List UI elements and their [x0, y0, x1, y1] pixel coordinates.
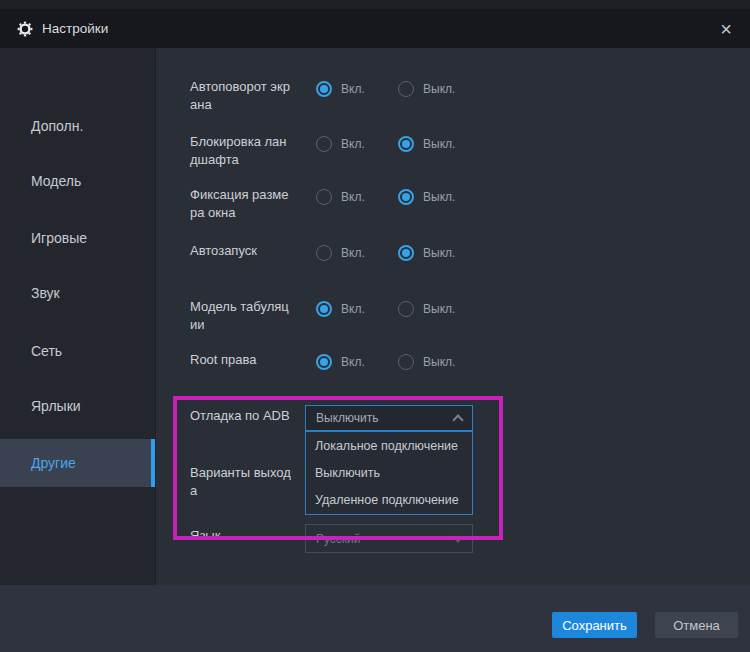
sidebar-item-label: Другие: [31, 455, 76, 471]
radio-button-icon[interactable]: [316, 189, 332, 205]
sidebar-item-3[interactable]: Игровые: [0, 214, 155, 262]
chevron-up-icon: [452, 414, 463, 425]
radio-button-icon[interactable]: [398, 189, 414, 205]
sidebar-item-label: Дополн.: [31, 118, 83, 134]
language-dropdown-value: Русский: [316, 532, 454, 546]
radio-option-on[interactable]: Вкл.: [316, 301, 365, 317]
sidebar-item-6[interactable]: Ярлыки: [0, 382, 155, 430]
radio-option-on[interactable]: Вкл.: [316, 354, 365, 370]
save-button[interactable]: Сохранить: [552, 612, 637, 638]
footer-bar: Сохранить Отмена: [0, 585, 750, 652]
window-top-edge: [0, 0, 750, 9]
radio-option-label: Выкл.: [423, 246, 455, 260]
setting-row: Блокировка лан дшафтаВкл.Выкл.: [156, 133, 750, 177]
sidebar-item-7[interactable]: Другие: [0, 439, 155, 487]
radio-button-icon[interactable]: [398, 301, 414, 317]
radio-button-icon[interactable]: [316, 354, 332, 370]
adb-dropdown-option[interactable]: Локальное подключение: [306, 433, 472, 460]
radio-option-label: Вкл.: [341, 82, 365, 96]
sidebar-item-4[interactable]: Звук: [0, 269, 155, 317]
sidebar-item-5[interactable]: Сеть: [0, 327, 155, 375]
sidebar-item-label: Сеть: [31, 343, 62, 359]
cancel-button[interactable]: Отмена: [655, 612, 738, 638]
sidebar: Дополн.МодельИгровыеЗвукСетьЯрлыкиДругие: [0, 48, 155, 585]
radio-button-icon[interactable]: [316, 136, 332, 152]
sidebar-item-label: Ярлыки: [31, 398, 81, 414]
setting-label: Root права: [190, 351, 316, 369]
radio-option-label: Вкл.: [341, 355, 365, 369]
setting-row: Модель табуляц ииВкл.Выкл.: [156, 298, 750, 342]
radio-button-icon[interactable]: [316, 245, 332, 261]
radio-option-off[interactable]: Выкл.: [398, 245, 455, 261]
titlebar: Настройки ×: [0, 9, 750, 48]
settings-gear-icon: [17, 21, 33, 37]
window-title: Настройки: [42, 21, 108, 36]
radio-option-off[interactable]: Выкл.: [398, 354, 455, 370]
chevron-down-icon: [452, 531, 463, 542]
radio-option-off[interactable]: Выкл.: [398, 81, 455, 97]
sidebar-item-label: Звук: [31, 285, 60, 301]
adb-dropdown-option[interactable]: Удаленное подключение: [306, 487, 472, 514]
language-dropdown[interactable]: Русский: [305, 524, 473, 553]
setting-row: Root праваВкл.Выкл.: [156, 351, 750, 395]
adb-dropdown[interactable]: Выключить: [305, 405, 473, 431]
sidebar-item-2[interactable]: Модель: [0, 157, 155, 205]
adb-dropdown-option[interactable]: Выключить: [306, 460, 472, 487]
adb-dropdown-value: Выключить: [316, 411, 454, 425]
language-label: Язык: [190, 527, 316, 545]
radio-button-icon[interactable]: [398, 354, 414, 370]
adb-debug-label: Отладка по ADB: [190, 407, 316, 425]
exit-options-label: Варианты выход а: [190, 464, 316, 500]
sidebar-item-label: Игровые: [31, 230, 87, 246]
adb-dropdown-list: Локальное подключениеВыключитьУдаленное …: [305, 431, 473, 515]
radio-option-on[interactable]: Вкл.: [316, 81, 365, 97]
radio-option-off[interactable]: Выкл.: [398, 189, 455, 205]
close-icon[interactable]: ×: [710, 9, 742, 48]
sidebar-item-label: Модель: [31, 173, 81, 189]
setting-label: Модель табуляц ии: [190, 298, 316, 334]
radio-option-on[interactable]: Вкл.: [316, 136, 365, 152]
setting-row: Фиксация разме ра окнаВкл.Выкл.: [156, 186, 750, 230]
radio-button-icon[interactable]: [316, 81, 332, 97]
settings-panel: Автоповорот экр анаВкл.Выкл.Блокировка л…: [155, 48, 750, 585]
setting-row: АвтозапускВкл.Выкл.: [156, 242, 750, 286]
radio-button-icon[interactable]: [316, 301, 332, 317]
radio-option-on[interactable]: Вкл.: [316, 245, 365, 261]
setting-label: Фиксация разме ра окна: [190, 186, 316, 222]
radio-option-off[interactable]: Выкл.: [398, 136, 455, 152]
radio-option-label: Вкл.: [341, 302, 365, 316]
radio-option-off[interactable]: Выкл.: [398, 301, 455, 317]
radio-button-icon[interactable]: [398, 81, 414, 97]
setting-label: Блокировка лан дшафта: [190, 133, 316, 169]
setting-label: Автозапуск: [190, 242, 316, 260]
radio-button-icon[interactable]: [398, 245, 414, 261]
setting-label: Автоповорот экр ана: [190, 78, 316, 114]
radio-option-on[interactable]: Вкл.: [316, 189, 365, 205]
radio-option-label: Выкл.: [423, 302, 455, 316]
settings-window: Настройки × Дополн.МодельИгровыеЗвукСеть…: [0, 0, 750, 652]
radio-option-label: Вкл.: [341, 190, 365, 204]
radio-button-icon[interactable]: [398, 136, 414, 152]
radio-option-label: Выкл.: [423, 137, 455, 151]
radio-option-label: Выкл.: [423, 190, 455, 204]
radio-option-label: Вкл.: [341, 246, 365, 260]
setting-row: Автоповорот экр анаВкл.Выкл.: [156, 78, 750, 122]
sidebar-item-1[interactable]: Дополн.: [0, 102, 155, 150]
radio-option-label: Выкл.: [423, 355, 455, 369]
radio-option-label: Выкл.: [423, 82, 455, 96]
radio-option-label: Вкл.: [341, 137, 365, 151]
